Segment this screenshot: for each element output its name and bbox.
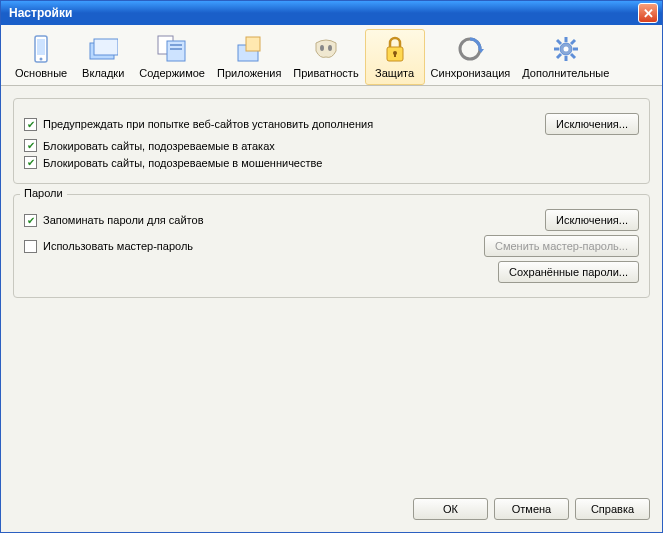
content-icon (156, 33, 188, 65)
tab-label: Приложения (217, 67, 281, 79)
remember-passwords-checkbox[interactable]: ✔ (24, 214, 37, 227)
remember-passwords-label: Запоминать пароли для сайтов (43, 214, 204, 226)
block-fraud-label: Блокировать сайты, подозреваемые в мошен… (43, 157, 322, 169)
help-button[interactable]: Справка (575, 498, 650, 520)
tab-label: Синхронизация (431, 67, 511, 79)
block-fraud-checkbox[interactable]: ✔ (24, 156, 37, 169)
tab-general[interactable]: Основные (9, 29, 73, 85)
settings-window: Настройки ✕ Основные Вкладки Содержимое (0, 0, 663, 533)
svg-line-25 (571, 40, 575, 44)
svg-rect-8 (170, 48, 182, 50)
passwords-group: Пароли ✔ Запоминать пароли для сайтов Ис… (13, 194, 650, 298)
tab-content[interactable]: Содержимое (133, 29, 211, 85)
svg-line-24 (571, 54, 575, 58)
tab-label: Дополнительные (522, 67, 609, 79)
ok-button[interactable]: ОК (413, 498, 488, 520)
content-area: ✔ Предупреждать при попытке веб-сайтов у… (1, 86, 662, 488)
svg-line-26 (557, 54, 561, 58)
tab-label: Содержимое (139, 67, 205, 79)
window-title: Настройки (9, 6, 72, 20)
mask-icon (310, 33, 342, 65)
folder-icon (87, 33, 119, 65)
change-master-button: Сменить мастер-пароль... (484, 235, 639, 257)
exceptions-button[interactable]: Исключения... (545, 113, 639, 135)
apps-icon (233, 33, 265, 65)
tab-privacy[interactable]: Приватность (287, 29, 364, 85)
svg-line-23 (557, 40, 561, 44)
titlebar: Настройки ✕ (1, 1, 662, 25)
master-password-checkbox[interactable] (24, 240, 37, 253)
sync-icon (454, 33, 486, 65)
tab-toolbar: Основные Вкладки Содержимое Приложения П… (1, 25, 662, 86)
block-attack-checkbox[interactable]: ✔ (24, 139, 37, 152)
svg-rect-15 (394, 53, 396, 57)
block-attack-label: Блокировать сайты, подозреваемые в атака… (43, 140, 275, 152)
tab-label: Основные (15, 67, 67, 79)
close-button[interactable]: ✕ (638, 3, 658, 23)
svg-point-2 (40, 58, 43, 61)
phone-icon (25, 33, 57, 65)
cancel-button[interactable]: Отмена (494, 498, 569, 520)
security-group: ✔ Предупреждать при попытке веб-сайтов у… (13, 98, 650, 184)
tab-advanced[interactable]: Дополнительные (516, 29, 615, 85)
tab-label: Вкладки (82, 67, 124, 79)
warn-addons-checkbox[interactable]: ✔ (24, 118, 37, 131)
tab-label: Защита (375, 67, 414, 79)
password-exceptions-button[interactable]: Исключения... (545, 209, 639, 231)
tab-applications[interactable]: Приложения (211, 29, 287, 85)
saved-passwords-button[interactable]: Сохранённые пароли... (498, 261, 639, 283)
gear-icon (550, 33, 582, 65)
master-password-label: Использовать мастер-пароль (43, 240, 193, 252)
passwords-legend: Пароли (20, 187, 67, 199)
footer: ОК Отмена Справка (1, 488, 662, 532)
tab-security[interactable]: Защита (365, 29, 425, 85)
close-icon: ✕ (643, 6, 654, 21)
svg-rect-10 (246, 37, 260, 51)
svg-rect-4 (94, 39, 118, 55)
svg-point-12 (328, 45, 332, 51)
svg-point-11 (320, 45, 324, 51)
tab-sync[interactable]: Синхронизация (425, 29, 517, 85)
tab-label: Приватность (293, 67, 358, 79)
svg-point-27 (563, 47, 568, 52)
lock-icon (379, 33, 411, 65)
svg-rect-7 (170, 44, 182, 46)
svg-rect-1 (37, 39, 45, 55)
tab-tabs[interactable]: Вкладки (73, 29, 133, 85)
warn-addons-label: Предупреждать при попытке веб-сайтов уст… (43, 118, 373, 130)
